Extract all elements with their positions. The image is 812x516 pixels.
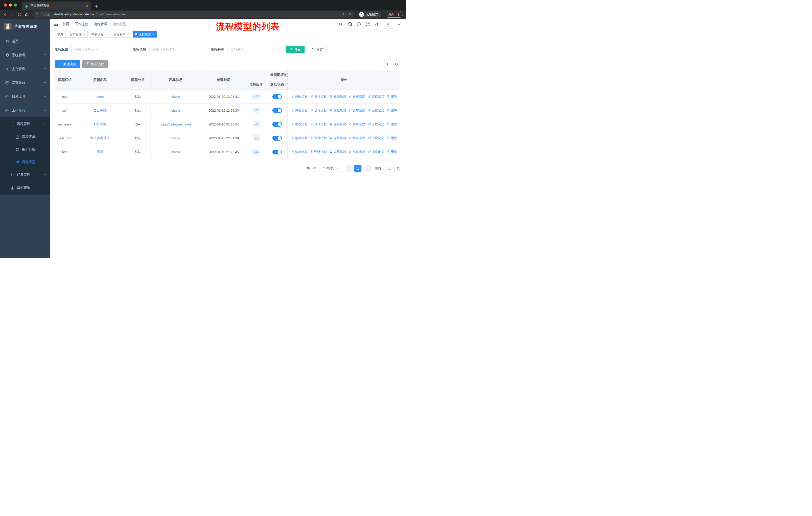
sidebar-item-支付管理[interactable]: ¥ 支付管理 — [0, 62, 50, 76]
version-tag[interactable]: v17 — [252, 94, 261, 99]
row-action-删除[interactable]: 删除 — [387, 122, 397, 127]
row-action-设计流程[interactable]: 设计流程 — [310, 122, 327, 127]
sidebar-item-用户分组[interactable]: 用户分组 — [0, 143, 50, 156]
close-window-button[interactable] — [4, 3, 7, 6]
row-action-设计流程[interactable]: 设计流程 — [310, 108, 327, 113]
sidebar-item-工作流程[interactable]: 工作流程 — [0, 104, 50, 117]
row-action-设计流程[interactable]: 设计流程 — [310, 94, 327, 99]
row-action-发布流程[interactable]: 发布流程 — [349, 136, 365, 140]
row-action-分配规则[interactable]: 分配规则 — [329, 122, 346, 127]
active-toggle[interactable] — [272, 94, 282, 99]
reload-button[interactable] — [18, 12, 21, 17]
form-info-link[interactable]: biubiu — [171, 95, 180, 99]
fullscreen-icon[interactable] — [366, 22, 370, 26]
process-name-link[interactable]: eeee — [96, 95, 104, 99]
version-tag[interactable]: v2 — [253, 108, 260, 113]
breadcrumb-item[interactable]: 工作流程 — [69, 22, 88, 26]
home-button[interactable] — [25, 12, 29, 17]
row-action-流程定义[interactable]: 流程定义 — [368, 108, 384, 113]
form-info-link[interactable]: biubiu — [171, 136, 180, 140]
row-action-流程定义[interactable]: 流程定义 — [368, 150, 384, 154]
row-action-发布流程[interactable]: 发布流程 — [349, 94, 365, 99]
row-action-流程定义[interactable]: 流程定义 — [368, 122, 384, 127]
process-name-link[interactable]: 测试多审批人 — [90, 136, 110, 140]
forward-button[interactable] — [10, 12, 14, 17]
sidebar-item-首页[interactable]: 首页 — [0, 34, 50, 48]
breadcrumb-item[interactable]: 流程管理 — [88, 22, 108, 26]
zoom-window-button[interactable] — [14, 3, 17, 6]
show-search-toggle-button[interactable] — [383, 60, 390, 68]
form-info-link[interactable]: biubiu — [171, 150, 180, 154]
sidebar-item-流程管理[interactable]: 流程管理 — [0, 117, 50, 131]
active-toggle[interactable] — [272, 122, 282, 127]
tab-close-icon[interactable] — [86, 5, 88, 7]
row-action-修改流程[interactable]: 修改流程 — [291, 108, 308, 113]
row-action-设计流程[interactable]: 设计流程 — [310, 136, 327, 140]
row-action-分配规则[interactable]: 分配规则 — [329, 136, 346, 140]
row-action-删除[interactable]: 删除 — [387, 150, 397, 154]
row-action-分配规则[interactable]: 分配规则 — [329, 150, 346, 154]
form-info-link[interactable]: biubiu — [171, 109, 180, 112]
tags-view-item-租户管理[interactable]: 租户管理 — [67, 31, 88, 37]
tags-view-item-首页[interactable]: 首页 — [55, 31, 66, 37]
tags-view-item-流程模型[interactable]: 流程模型 — [133, 31, 157, 37]
tag-close-icon[interactable] — [127, 33, 129, 35]
password-key-icon[interactable] — [343, 12, 346, 17]
row-action-分配规则[interactable]: 分配规则 — [329, 108, 346, 113]
tags-view-item-我的流程[interactable]: 我的流程 — [89, 31, 110, 37]
row-action-修改流程[interactable]: 修改流程 — [291, 94, 308, 99]
row-action-发布流程[interactable]: 发布流程 — [349, 150, 365, 154]
import-process-button[interactable]: 导入流程 — [82, 60, 108, 68]
new-tab-button[interactable] — [95, 5, 98, 8]
tag-close-icon[interactable] — [152, 33, 154, 35]
refresh-table-button[interactable] — [393, 60, 400, 68]
row-action-分配规则[interactable]: 分配规则 — [329, 94, 346, 99]
collapse-sidebar-icon[interactable] — [54, 22, 58, 27]
goto-page-input[interactable] — [384, 165, 395, 172]
minimize-window-button[interactable] — [9, 3, 12, 6]
browser-tab[interactable]: 芋道管理系统 — [22, 1, 91, 10]
row-action-流程定义[interactable]: 流程定义 — [368, 94, 384, 99]
font-size-icon[interactable]: TT — [375, 22, 379, 26]
sidebar-item-流程模型[interactable]: 流程模型 — [0, 156, 50, 168]
back-button[interactable] — [3, 12, 7, 17]
current-page-button[interactable]: 1 — [354, 165, 361, 172]
page-size-select[interactable]: 10条/页 — [319, 165, 342, 172]
row-action-修改流程[interactable]: 修改流程 — [291, 150, 308, 154]
process-category-select[interactable] — [228, 46, 283, 53]
row-action-修改流程[interactable]: 修改流程 — [291, 122, 308, 127]
avatar[interactable] — [384, 20, 393, 29]
update-button[interactable]: 更新 ⋮ — [385, 11, 403, 18]
bookmark-star-icon[interactable] — [348, 12, 352, 17]
address-bar[interactable]: 不安全 dashboard.yudao.iocoder.cn/bpm/manag… — [32, 11, 355, 18]
row-action-修改流程[interactable]: 修改流程 — [291, 136, 308, 140]
version-tag[interactable]: v5 — [253, 121, 260, 127]
process-name-input[interactable] — [149, 46, 200, 53]
breadcrumb-item[interactable]: 首页 — [62, 22, 69, 26]
prev-page-button[interactable] — [345, 165, 352, 172]
row-action-删除[interactable]: 删除 — [387, 136, 397, 140]
sidebar-item-任务管理[interactable]: 任务管理 — [0, 168, 50, 182]
active-toggle[interactable] — [272, 108, 282, 113]
search-icon[interactable] — [339, 22, 343, 26]
row-action-发布流程[interactable]: 发布流程 — [349, 108, 365, 113]
process-name-link[interactable]: 滔博 — [97, 150, 104, 154]
active-toggle[interactable] — [272, 136, 282, 141]
sidebar-item-流程表单[interactable]: 流程表单 — [0, 131, 50, 143]
sidebar-item-研发工具[interactable]: 研发工具 — [0, 90, 50, 104]
search-button[interactable]: 搜索 — [286, 46, 304, 53]
form-info-link[interactable]: /bpm/oa/leave/create — [160, 123, 191, 126]
sidebar-item-系统管理[interactable]: 系统管理 — [0, 48, 50, 62]
row-action-设计流程[interactable]: 设计流程 — [310, 150, 327, 154]
active-toggle[interactable] — [272, 150, 282, 155]
process-category-select-input[interactable] — [228, 46, 283, 53]
process-name-link[interactable]: 自己审批 — [94, 108, 107, 112]
row-action-流程定义[interactable]: 流程定义 — [368, 136, 384, 140]
tag-close-icon[interactable] — [83, 33, 85, 35]
breadcrumb-item[interactable]: 流程模型 — [108, 22, 126, 26]
process-name-link[interactable]: OA 请假 — [94, 122, 106, 126]
process-key-input[interactable] — [71, 46, 122, 53]
sidebar-item-基础设施[interactable]: 基础设施 — [0, 76, 50, 90]
help-icon[interactable]: ? — [357, 22, 361, 26]
create-process-button[interactable]: 新建流程 — [55, 60, 80, 68]
